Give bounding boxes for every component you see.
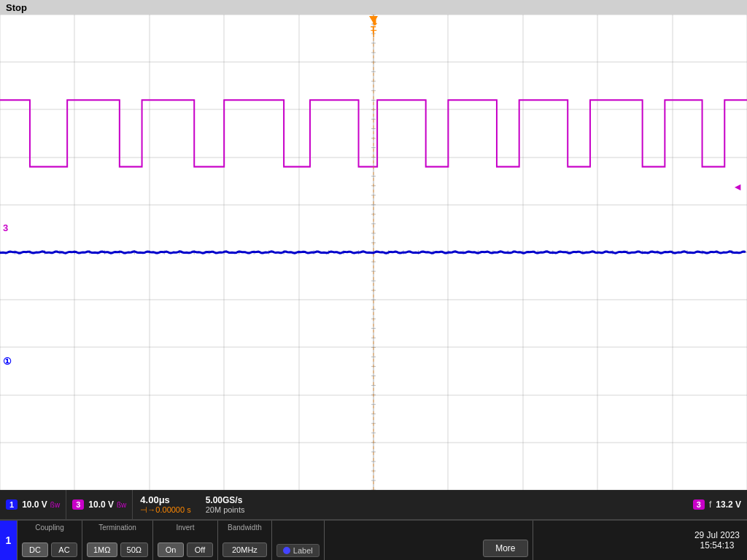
termination-50-btn[interactable]: 50Ω [120, 542, 148, 557]
coupling-label: Coupling [35, 524, 63, 532]
bandwidth-group[interactable]: Bandwidth 20MHz [218, 521, 272, 560]
ch1-voltage: 10.0 V [22, 499, 47, 510]
invert-buttons: On Off [158, 542, 213, 557]
ch3-meas-label: f [709, 499, 711, 510]
trigger-time: ⊣→0.00000 s [140, 505, 190, 515]
right-arrow-indicator: ◄ [732, 181, 743, 192]
timebase-value: 4.00μs [140, 494, 190, 505]
bandwidth-value-btn[interactable]: 20MHz [222, 542, 267, 557]
coupling-dc-btn[interactable]: DC [22, 542, 48, 557]
stop-status: Stop [6, 2, 27, 13]
waveform-canvas [0, 15, 747, 490]
time-display: 15:54:13 [700, 540, 735, 551]
ch1-indicator: ① [3, 356, 12, 367]
sample-rate: 5.00GS/s [206, 495, 245, 505]
status-bar: Stop [0, 0, 747, 15]
label-btn[interactable]: Label [276, 544, 320, 557]
timebase-info: 4.00μs ⊣→0.00000 s [133, 490, 198, 519]
label-btn-text: Label [293, 546, 313, 555]
date-display: 29 Jul 2023 [694, 530, 740, 540]
ch3-meas-badge: 3 [693, 499, 705, 510]
invert-off-btn[interactable]: Off [187, 542, 213, 557]
ch3-measurement: 3 f 13.2 V [687, 490, 747, 519]
channel-number-badge: 1 [0, 521, 18, 560]
ch1-badge: 1 [6, 499, 18, 510]
label-group[interactable]: Label [272, 521, 325, 560]
info-bar: 1 10.0 V ßw 3 10.0 V ßw 4.00μs ⊣→0.00000… [0, 490, 747, 519]
invert-label: Invert [176, 524, 194, 532]
ch3-indicator: 3 [3, 222, 8, 233]
invert-on-btn[interactable]: On [158, 542, 184, 557]
ch1-bw: ßw [50, 501, 60, 509]
ch3-voltage: 10.0 V [88, 499, 114, 510]
ch1-info: 1 10.0 V ßw [0, 490, 66, 519]
bandwidth-label: Bandwidth [228, 524, 262, 532]
sample-points: 20M points [206, 505, 245, 514]
oscilloscope-display: Stop 3 ① ◄ ⬇T 1 10.0 V ßw 3 10.0 V ßw 4.… [0, 0, 747, 560]
more-group[interactable]: More [479, 521, 533, 560]
label-dot-icon [283, 547, 290, 554]
ch3-meas-value: 13.2 V [716, 499, 741, 510]
ch3-info: 3 10.0 V ßw [66, 490, 133, 519]
datetime-section: 29 Jul 2023 15:54:13 [687, 521, 747, 560]
trigger-indicator: ⬇T [371, 16, 379, 39]
invert-group[interactable]: Invert On Off [153, 521, 218, 560]
coupling-ac-btn[interactable]: AC [51, 542, 77, 557]
sample-rate-info: 5.00GS/s 20M points [198, 490, 252, 519]
termination-group[interactable]: Termination 1MΩ 50Ω [82, 521, 153, 560]
more-btn[interactable]: More [483, 540, 527, 557]
waveform-area: 3 ① ◄ ⬇T [0, 15, 747, 490]
termination-1meg-btn[interactable]: 1MΩ [87, 542, 117, 557]
termination-buttons: 1MΩ 50Ω [87, 542, 148, 557]
ch3-badge: 3 [72, 499, 84, 510]
ch3-bw: ßw [117, 501, 126, 509]
coupling-buttons: DC AC [22, 542, 77, 557]
termination-label: Termination [98, 524, 136, 532]
coupling-group[interactable]: Coupling DC AC [18, 521, 82, 560]
control-bar: 1 Coupling DC AC Termination 1MΩ 50Ω Inv… [0, 519, 747, 560]
